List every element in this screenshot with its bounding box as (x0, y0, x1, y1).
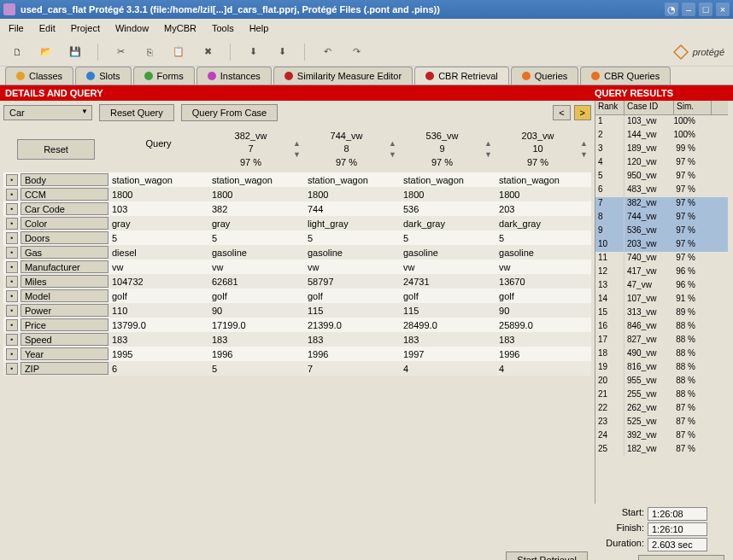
cell[interactable]: 115 (400, 306, 496, 316)
result-row[interactable]: 18490_vw88 % (595, 347, 728, 361)
cell[interactable]: 103 (108, 204, 208, 214)
cell[interactable]: 90 (208, 306, 304, 316)
close-button[interactable]: × (716, 3, 730, 16)
cell[interactable]: 17199.0 (208, 320, 304, 330)
row-toggle-icon[interactable]: ▪ (6, 290, 18, 302)
tab-forms[interactable]: Forms (133, 67, 195, 85)
cell[interactable]: 1800 (208, 190, 304, 200)
result-row[interactable]: 19816_vw88 % (595, 361, 728, 375)
maximize-button[interactable]: □ (699, 3, 712, 16)
row-toggle-icon[interactable]: ▪ (6, 189, 18, 201)
row-toggle-icon[interactable]: ▪ (6, 218, 18, 230)
window-extra-button[interactable]: ◔ (665, 3, 678, 16)
result-row[interactable]: 22262_vw87 % (595, 402, 728, 416)
result-row[interactable]: 21255_vw88 % (595, 388, 728, 402)
cell[interactable]: 62681 (208, 277, 304, 287)
cell[interactable]: gasoline (496, 248, 591, 258)
caseid-header[interactable]: Case ID (625, 101, 674, 114)
sort-icon[interactable]: ▲▼ (484, 138, 492, 160)
cell[interactable]: 183 (304, 335, 400, 345)
attr-name[interactable]: Body (21, 173, 108, 186)
cell[interactable]: 1996 (304, 349, 400, 359)
cell[interactable]: 21399.0 (304, 320, 400, 330)
result-row[interactable]: 3189_vw99 % (595, 143, 728, 156)
row-toggle-icon[interactable]: ▪ (6, 276, 18, 288)
rank-header[interactable]: Rank (595, 101, 625, 114)
cell[interactable]: 1996 (496, 349, 591, 359)
cell[interactable]: gray (108, 219, 208, 229)
menu-file[interactable]: File (9, 23, 24, 33)
cell[interactable]: 183 (208, 335, 304, 345)
result-row[interactable]: 10203_vw97 % (595, 238, 728, 252)
new-icon[interactable]: 🗋 (9, 44, 26, 61)
cell[interactable]: vw (496, 262, 591, 272)
cell[interactable]: 1800 (400, 190, 496, 200)
attr-name[interactable]: ZIP (21, 362, 108, 375)
cell[interactable]: golf (496, 291, 591, 301)
result-row[interactable]: 15313_vw89 % (595, 306, 728, 320)
cell[interactable]: 744 (304, 204, 400, 214)
cell[interactable]: 58797 (304, 277, 400, 287)
cell[interactable]: station_wagon (208, 175, 304, 185)
cell[interactable]: 1800 (304, 190, 400, 200)
cell[interactable]: 203 (496, 204, 591, 214)
cell[interactable]: 1800 (496, 190, 591, 200)
row-toggle-icon[interactable]: ▪ (6, 363, 18, 375)
cut-icon[interactable]: ✂ (112, 44, 129, 61)
attr-name[interactable]: Model (21, 289, 108, 302)
attr-name[interactable]: Doors (21, 231, 108, 244)
copy-icon[interactable]: ⎘ (141, 44, 158, 61)
cell[interactable]: vw (304, 262, 400, 272)
cell[interactable]: 13670 (496, 277, 591, 287)
cell[interactable]: 183 (496, 335, 591, 345)
cell[interactable]: 90 (496, 306, 591, 316)
cell[interactable]: gasoline (304, 248, 400, 258)
tab-queries[interactable]: Queries (511, 67, 579, 85)
cell[interactable]: station_wagon (496, 175, 591, 185)
cell[interactable]: station_wagon (108, 175, 208, 185)
row-toggle-icon[interactable]: ▪ (6, 348, 18, 360)
result-row[interactable]: 1103_vw100% (595, 115, 728, 129)
result-row[interactable]: 25182_vw87 % (595, 443, 728, 457)
result-row[interactable]: 2144_vw100% (595, 129, 728, 143)
cell[interactable]: station_wagon (400, 175, 496, 185)
cell[interactable]: gray (208, 219, 304, 229)
attr-name[interactable]: Miles (21, 275, 108, 288)
row-toggle-icon[interactable]: ▪ (6, 247, 18, 259)
menu-help[interactable]: Help (249, 23, 269, 33)
redo-icon[interactable]: ↷ (348, 44, 365, 61)
reset-query-button[interactable]: Reset Query (99, 104, 174, 121)
result-row[interactable]: 4120_vw97 % (595, 156, 728, 170)
cell[interactable]: 5 (108, 233, 208, 243)
cell[interactable]: vw (208, 262, 304, 272)
attr-name[interactable]: Car Code (21, 202, 108, 215)
save-icon[interactable]: 💾 (67, 44, 84, 61)
cell[interactable]: golf (108, 291, 208, 301)
tab-cbr-queries[interactable]: CBR Queries (580, 67, 671, 85)
row-toggle-icon[interactable]: ▪ (6, 174, 18, 186)
tab-classes[interactable]: Classes (5, 67, 73, 85)
cell[interactable]: 28499.0 (400, 320, 496, 330)
result-row[interactable]: 12417_vw96 % (595, 265, 728, 279)
cell[interactable]: golf (400, 291, 496, 301)
cell[interactable]: 1995 (108, 349, 208, 359)
undo-icon[interactable]: ↶ (319, 44, 336, 61)
cell[interactable]: 24731 (400, 277, 496, 287)
attr-name[interactable]: Gas (21, 246, 108, 259)
cell[interactable]: 1996 (208, 349, 304, 359)
result-row[interactable]: 5950_vw97 % (595, 170, 728, 184)
row-toggle-icon[interactable]: ▪ (6, 203, 18, 215)
cell[interactable]: station_wagon (304, 175, 400, 185)
paste-icon[interactable]: 📋 (170, 44, 187, 61)
row-toggle-icon[interactable]: ▪ (6, 319, 18, 331)
result-row[interactable]: 1347_vw96 % (595, 279, 728, 293)
result-row[interactable]: 14107_vw91 % (595, 293, 728, 306)
result-row[interactable]: 9536_vw97 % (595, 225, 728, 238)
attr-name[interactable]: CCM (21, 188, 108, 201)
cell[interactable]: vw (108, 262, 208, 272)
menu-tools[interactable]: Tools (212, 23, 234, 33)
sort-icon[interactable]: ▲▼ (293, 138, 301, 160)
result-row[interactable]: 23525_vw87 % (595, 416, 728, 429)
query-from-case-button[interactable]: Query From Case (181, 104, 278, 121)
cell[interactable]: 183 (400, 335, 496, 345)
